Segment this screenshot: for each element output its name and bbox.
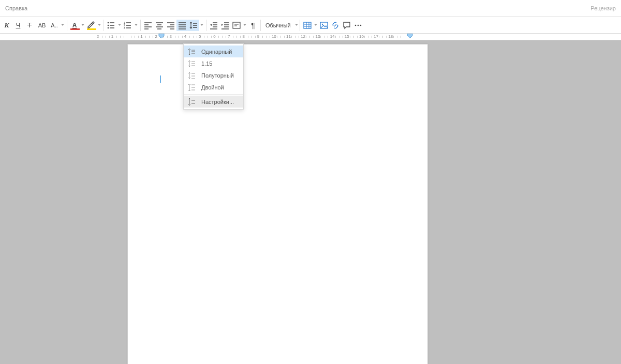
menu-label: Одинарный bbox=[201, 49, 232, 55]
chevron-down-icon bbox=[243, 24, 246, 26]
more-button[interactable] bbox=[352, 20, 364, 31]
table-icon bbox=[303, 21, 312, 30]
horizontal-ruler: 12123456789101112131415161718 bbox=[0, 34, 621, 40]
toolbar: К Ч Т АВ А.. А 123 bbox=[0, 17, 621, 34]
separator bbox=[67, 20, 67, 31]
align-right-icon bbox=[166, 21, 175, 30]
highlight-button[interactable] bbox=[85, 20, 97, 31]
separator bbox=[184, 94, 243, 95]
indent-increase-button[interactable] bbox=[219, 20, 231, 31]
spacing-2-icon bbox=[188, 83, 196, 92]
chevron-down-icon bbox=[61, 24, 64, 26]
menu-label: Полуторный bbox=[201, 72, 234, 79]
paragraph-style-select[interactable]: Обычный bbox=[262, 20, 298, 31]
ruler-tick: 13 bbox=[317, 34, 331, 40]
menu-label: Настройки... bbox=[201, 99, 234, 105]
menu-label: Двойной bbox=[201, 84, 224, 90]
ruler-tick: 6 bbox=[215, 34, 229, 40]
separator bbox=[103, 20, 104, 31]
line-spacing-single[interactable]: Одинарный bbox=[184, 46, 243, 57]
line-spacing-1-5[interactable]: Полуторный bbox=[184, 69, 243, 81]
svg-point-11 bbox=[357, 24, 359, 26]
insert-image-button[interactable] bbox=[318, 20, 330, 31]
line-spacing-settings[interactable]: Настройки... bbox=[184, 96, 243, 108]
ruler-tick: 3 bbox=[171, 34, 186, 40]
ruler-tick: 8 bbox=[244, 34, 259, 40]
line-spacing-1-15[interactable]: 1.15 bbox=[184, 57, 243, 69]
separator bbox=[260, 20, 261, 31]
insert-table-button[interactable] bbox=[302, 20, 313, 31]
align-justify-button[interactable] bbox=[176, 20, 188, 31]
svg-point-12 bbox=[360, 24, 361, 26]
ruler-tick: 7 bbox=[229, 34, 244, 40]
ruler-tick: 15 bbox=[346, 34, 361, 40]
right-indent-marker[interactable] bbox=[407, 34, 413, 37]
ruler-tick: 1 bbox=[142, 34, 156, 40]
spacing-115-icon bbox=[188, 59, 196, 68]
svg-point-1 bbox=[108, 24, 109, 26]
ruler-tick bbox=[127, 34, 142, 40]
indent-decrease-button[interactable] bbox=[208, 20, 219, 31]
insert-comment-button[interactable] bbox=[341, 20, 352, 31]
menu-help[interactable]: Справка bbox=[5, 5, 27, 11]
document-page[interactable] bbox=[127, 44, 428, 364]
text-cursor bbox=[160, 75, 161, 83]
menu-label: 1.15 bbox=[201, 60, 212, 67]
align-justify-icon bbox=[178, 21, 187, 30]
separator bbox=[300, 20, 300, 31]
chevron-down-icon bbox=[314, 24, 317, 26]
number-list-icon: 123 bbox=[123, 21, 132, 30]
indent-increase-icon bbox=[220, 21, 230, 30]
align-left-button[interactable] bbox=[142, 20, 154, 31]
align-center-icon bbox=[155, 21, 164, 30]
align-center-button[interactable] bbox=[154, 20, 165, 31]
chevron-down-icon bbox=[135, 24, 138, 26]
separator bbox=[206, 20, 206, 31]
chevron-down-icon bbox=[200, 24, 203, 26]
strike-button[interactable]: Т bbox=[24, 20, 35, 31]
ruler-tick: 12 bbox=[302, 34, 317, 40]
spacing-settings-icon bbox=[188, 98, 196, 106]
ruler-tick: 9 bbox=[259, 34, 273, 40]
chevron-down-icon bbox=[98, 24, 101, 26]
numbering-button[interactable]: 123 bbox=[122, 20, 134, 31]
svg-point-2 bbox=[108, 27, 109, 28]
insert-link-button[interactable] bbox=[330, 20, 341, 31]
ruler-tick: 5 bbox=[200, 34, 215, 40]
ellipsis-icon bbox=[353, 21, 363, 30]
workspace: Одинарный 1.15 Полуторный Двойной Настро… bbox=[0, 40, 621, 364]
ruler-tick: 10 bbox=[273, 34, 288, 40]
separator bbox=[140, 20, 141, 31]
indent-decrease-icon bbox=[209, 21, 218, 30]
chevron-down-icon bbox=[118, 24, 121, 26]
pilcrow-button[interactable]: ¶ bbox=[247, 20, 259, 31]
line-spacing-icon bbox=[189, 21, 198, 30]
svg-text:3: 3 bbox=[124, 26, 125, 29]
line-spacing-double[interactable]: Двойной bbox=[184, 81, 243, 93]
font-color-button[interactable]: А bbox=[69, 20, 80, 31]
allcaps-button[interactable]: АВ bbox=[35, 20, 49, 31]
ruler-tick: 16 bbox=[361, 34, 375, 40]
spacing-1-icon bbox=[188, 48, 196, 56]
font-color-swatch bbox=[70, 28, 80, 30]
underline-button[interactable]: Ч bbox=[12, 20, 24, 31]
spacing-15-icon bbox=[188, 71, 196, 80]
align-left-icon bbox=[143, 21, 153, 30]
svg-point-0 bbox=[108, 22, 109, 23]
italic-button[interactable]: К bbox=[1, 20, 12, 31]
align-right-button[interactable] bbox=[165, 20, 176, 31]
ruler-tick: 18 bbox=[390, 34, 404, 40]
highlight-color-swatch bbox=[87, 28, 96, 30]
first-line-indent-marker[interactable] bbox=[158, 34, 165, 37]
ruler-tick: 14 bbox=[332, 34, 346, 40]
wrap-button[interactable] bbox=[231, 20, 242, 31]
case-button[interactable]: А.. bbox=[49, 20, 60, 31]
chevron-down-icon bbox=[81, 24, 84, 26]
line-spacing-menu: Одинарный 1.15 Полуторный Двойной Настро… bbox=[183, 43, 244, 110]
image-icon bbox=[319, 21, 329, 30]
bullets-button[interactable] bbox=[106, 20, 117, 31]
line-spacing-button[interactable] bbox=[188, 20, 199, 31]
menu-review[interactable]: Рецензир bbox=[590, 5, 616, 11]
comment-icon bbox=[342, 21, 351, 30]
style-label: Обычный bbox=[265, 22, 291, 28]
